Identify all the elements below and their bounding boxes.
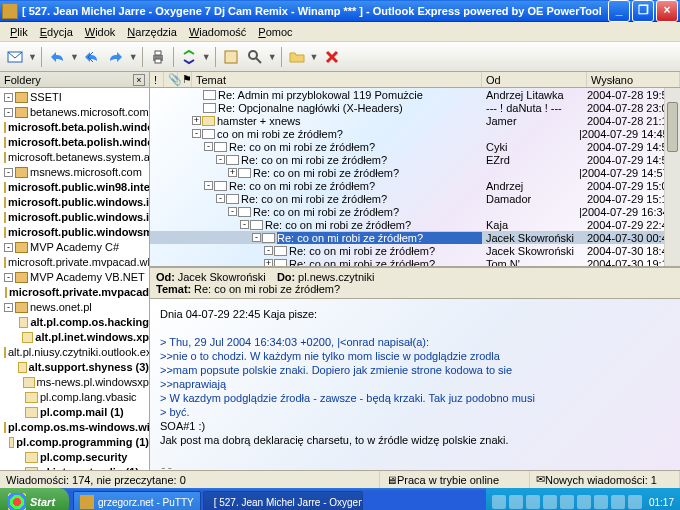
message-row[interactable]: -Re: co on mi robi ze źródłem?EZrd2004-0… (150, 153, 680, 166)
folder-item[interactable]: pl.comp.mail (1) (0, 405, 149, 420)
col-priority[interactable]: ! (150, 72, 164, 87)
folder-item[interactable]: alt.pl.comp.os.hacking (0, 315, 149, 330)
folder-item[interactable]: -msnews.microsoft.com (0, 165, 149, 180)
folder-item[interactable]: pl.comp.lang.vbasic (0, 390, 149, 405)
message-list[interactable]: Re: Admin mi przyblokowal 119 PomużcieAn… (150, 88, 680, 268)
tray-icon[interactable] (509, 495, 523, 509)
folder-item[interactable]: alt.pl.niusy.czytniki.outlook.expr (0, 345, 149, 360)
new-mail-button[interactable] (4, 46, 26, 68)
taskbar-tasks: grzegorz.net - PuTTY[ 527. Jean Michel J… (69, 490, 486, 510)
preview-pane: Od: Jacek Skowroński Do: pl.news.czytnik… (150, 268, 680, 470)
status-msgcount: Wiadomości: 174, nie przeczytane: 0 (0, 471, 380, 488)
folder-item[interactable]: microsoft.public.windows.in (0, 210, 149, 225)
folder-item[interactable]: -MVP Academy C# (0, 240, 149, 255)
status-mode: 🖥 Praca w trybie online (380, 471, 530, 488)
tray-icon[interactable] (526, 495, 540, 509)
preview-header: Od: Jacek Skowroński Do: pl.news.czytnik… (150, 268, 680, 299)
folder-item[interactable]: -SSETI (0, 90, 149, 105)
message-row[interactable]: -Re: co on mi robi ze źródłem?|2004-07-2… (150, 205, 680, 218)
forward-button[interactable] (105, 46, 127, 68)
taskbar-task[interactable]: [ 527. Jean Michel Jarre - Oxygene 7 Dj … (203, 491, 363, 510)
delete-button[interactable] (321, 46, 343, 68)
folder-item[interactable]: pl.comp.os.ms-windows.win (0, 420, 149, 435)
tray-icon[interactable] (543, 495, 557, 509)
start-button[interactable]: Start (0, 488, 69, 510)
message-row[interactable]: +Re: co on mi robi ze źródłem?|2004-07-2… (150, 166, 680, 179)
svg-point-5 (249, 51, 257, 59)
folder-item[interactable]: pl.comp.security (0, 450, 149, 465)
folder-button[interactable] (286, 46, 308, 68)
menu-file[interactable]: Plik (4, 24, 34, 40)
taskbar-task[interactable]: grzegorz.net - PuTTY (73, 491, 201, 510)
folder-item[interactable]: alt.support.shyness (3) (0, 360, 149, 375)
folder-item[interactable]: microsoft.public.win98.intern (0, 180, 149, 195)
minimize-button[interactable]: _ (608, 0, 630, 22)
clock[interactable]: 01:17 (649, 497, 674, 508)
folder-item[interactable]: microsoft.public.windows.in (0, 195, 149, 210)
message-row[interactable]: -Re: co on mi robi ze źródłem?Andrzej200… (150, 179, 680, 192)
svg-rect-2 (155, 51, 161, 55)
col-attach[interactable]: 📎 (164, 72, 178, 87)
taskbar: Start grzegorz.net - PuTTY[ 527. Jean Mi… (0, 488, 680, 510)
message-row[interactable]: +Re: co on mi robi ze źródłem?Tom N'2004… (150, 257, 680, 268)
tray-icon[interactable] (577, 495, 591, 509)
folder-item[interactable]: -MVP Academy VB.NET (0, 270, 149, 285)
find-button[interactable] (244, 46, 266, 68)
svg-rect-3 (155, 59, 161, 63)
folder-item[interactable]: alt.pl.inet.windows.xp (0, 330, 149, 345)
sendrecv-button[interactable] (178, 46, 200, 68)
print-button[interactable] (147, 46, 169, 68)
menu-help[interactable]: Pomoc (252, 24, 298, 40)
folder-item[interactable]: pl.internet.polip (1) (0, 465, 149, 470)
message-list-header: ! 📎 ⚑ Temat Od Wysłano (150, 72, 680, 88)
svg-line-6 (256, 58, 261, 63)
message-row[interactable]: -Re: co on mi robi ze źródłem?Jacek Skow… (150, 244, 680, 257)
titlebar: [ 527. Jean Michel Jarre - Oxygene 7 Dj … (0, 0, 680, 22)
status-new: ✉ Nowych wiadomości: 1 (530, 471, 680, 488)
folder-item[interactable]: microsoft.beta.polish.windowsx (0, 120, 149, 135)
preview-body[interactable]: Dnia 04-07-29 22:45 Kaja pisze: > Thu, 2… (150, 299, 680, 470)
close-button[interactable]: × (656, 0, 678, 22)
message-row[interactable]: -co on mi robi ze źródłem?|2004-07-29 14… (150, 127, 680, 140)
folder-tree[interactable]: -SSETI-betanews.microsoft.commicrosoft.b… (0, 88, 149, 470)
tray-icon[interactable] (628, 495, 642, 509)
message-row[interactable]: Re: Admin mi przyblokowal 119 PomużcieAn… (150, 88, 680, 101)
folder-item[interactable]: ms-news.pl.windowsxp (0, 375, 149, 390)
folder-pane-close[interactable]: × (133, 74, 145, 86)
toolbar: ▼ ▼ ▼ ▼ ▼ ▼ (0, 42, 680, 72)
col-from[interactable]: Od (482, 72, 587, 87)
message-row[interactable]: -Re: co on mi robi ze źródłem?Kaja2004-0… (150, 218, 680, 231)
addressbook-button[interactable] (220, 46, 242, 68)
folder-item[interactable]: -betanews.microsoft.com (0, 105, 149, 120)
reply-all-button[interactable] (81, 46, 103, 68)
folder-item[interactable]: microsoft.public.windowsme (0, 225, 149, 240)
menu-view[interactable]: Widok (79, 24, 122, 40)
col-sent[interactable]: Wysłano (587, 72, 680, 87)
message-row[interactable]: +hamster + xnewsJamer2004-07-28 21:18 (150, 114, 680, 127)
folder-item[interactable]: microsoft.private.mvpacad (0, 285, 149, 300)
folder-item[interactable]: microsoft.betanews.system.ann (0, 150, 149, 165)
menu-tools[interactable]: Narzędzia (121, 24, 183, 40)
col-subject[interactable]: Temat (192, 72, 482, 87)
reply-button[interactable] (46, 46, 68, 68)
folder-item[interactable]: microsoft.beta.polish.windowsx (0, 135, 149, 150)
tray-icon[interactable] (611, 495, 625, 509)
tray-icon[interactable] (560, 495, 574, 509)
col-flag[interactable]: ⚑ (178, 72, 192, 87)
message-row[interactable]: -Re: co on mi robi ze źródłem?Damador200… (150, 192, 680, 205)
tray-icon[interactable] (594, 495, 608, 509)
folder-item[interactable]: microsoft.private.mvpacad.whid (0, 255, 149, 270)
folder-item[interactable]: -news.onet.pl (0, 300, 149, 315)
menu-message[interactable]: Wiadomość (183, 24, 252, 40)
message-row[interactable]: Re: Opcjonalne nagłówki (X-Headers)--- !… (150, 101, 680, 114)
folder-item[interactable]: pl.comp.programming (1) (0, 435, 149, 450)
menu-edit[interactable]: Edycja (34, 24, 79, 40)
app-icon (2, 3, 18, 19)
system-tray[interactable]: 01:17 (486, 488, 680, 510)
statusbar: Wiadomości: 174, nie przeczytane: 0 🖥 Pr… (0, 470, 680, 488)
message-row[interactable]: -Re: co on mi robi ze źródłem?Jacek Skow… (150, 231, 680, 244)
tray-icon[interactable] (492, 495, 506, 509)
maximize-button[interactable]: ❐ (632, 0, 654, 22)
msglist-scrollbar[interactable] (664, 88, 680, 266)
message-row[interactable]: -Re: co on mi robi ze źródłem?Cyki2004-0… (150, 140, 680, 153)
